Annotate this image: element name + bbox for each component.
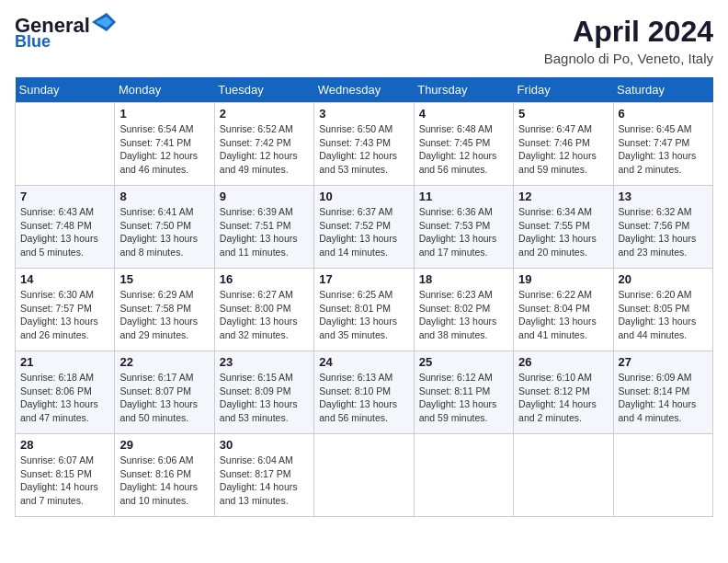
day-header-thursday: Thursday: [414, 77, 513, 103]
calendar-cell: 29Sunrise: 6:06 AM Sunset: 8:16 PM Dayli…: [115, 434, 214, 517]
calendar-cell: 16Sunrise: 6:27 AM Sunset: 8:00 PM Dayli…: [214, 269, 313, 351]
day-info: Sunrise: 6:41 AM Sunset: 7:50 PM Dayligh…: [119, 205, 209, 259]
calendar-header-row: SundayMondayTuesdayWednesdayThursdayFrid…: [16, 77, 713, 103]
calendar-cell: 18Sunrise: 6:23 AM Sunset: 8:02 PM Dayli…: [414, 269, 513, 351]
title-area: April 2024 Bagnolo di Po, Veneto, Italy: [544, 15, 713, 66]
day-number: 25: [419, 355, 508, 369]
logo: General Blue: [15, 15, 116, 52]
calendar-cell: 6Sunrise: 6:45 AM Sunset: 7:47 PM Daylig…: [613, 103, 712, 186]
calendar-cell: 23Sunrise: 6:15 AM Sunset: 8:09 PM Dayli…: [214, 351, 313, 434]
day-number: 13: [619, 190, 708, 203]
day-info: Sunrise: 6:10 AM Sunset: 8:12 PM Dayligh…: [518, 371, 608, 425]
calendar-cell: 5Sunrise: 6:47 AM Sunset: 7:46 PM Daylig…: [514, 103, 613, 186]
day-info: Sunrise: 6:52 AM Sunset: 7:42 PM Dayligh…: [220, 122, 309, 177]
calendar-cell: 7Sunrise: 6:43 AM Sunset: 7:48 PM Daylig…: [16, 186, 115, 269]
day-header-monday: Monday: [115, 77, 214, 103]
day-info: Sunrise: 6:15 AM Sunset: 8:09 PM Dayligh…: [220, 371, 309, 425]
logo-arrow-icon: [92, 13, 116, 31]
calendar-week-row: 21Sunrise: 6:18 AM Sunset: 8:06 PM Dayli…: [16, 351, 713, 434]
day-number: 27: [619, 355, 708, 369]
day-number: 6: [619, 107, 708, 121]
calendar-cell: 9Sunrise: 6:39 AM Sunset: 7:51 PM Daylig…: [214, 186, 313, 269]
calendar-cell: [613, 434, 712, 517]
day-number: 8: [119, 190, 209, 203]
calendar-cell: 17Sunrise: 6:25 AM Sunset: 8:01 PM Dayli…: [314, 269, 414, 351]
day-number: 22: [119, 355, 209, 369]
calendar-cell: 15Sunrise: 6:29 AM Sunset: 7:58 PM Dayli…: [115, 269, 214, 351]
day-number: 11: [419, 190, 508, 203]
calendar-body: 1Sunrise: 6:54 AM Sunset: 7:41 PM Daylig…: [16, 103, 713, 517]
day-header-wednesday: Wednesday: [314, 77, 414, 103]
day-info: Sunrise: 6:43 AM Sunset: 7:48 PM Dayligh…: [20, 205, 109, 259]
month-title: April 2024: [544, 15, 713, 49]
calendar-week-row: 1Sunrise: 6:54 AM Sunset: 7:41 PM Daylig…: [16, 103, 713, 186]
calendar-cell: 13Sunrise: 6:32 AM Sunset: 7:56 PM Dayli…: [613, 186, 712, 269]
logo-blue-text: Blue: [15, 33, 51, 52]
day-info: Sunrise: 6:29 AM Sunset: 7:58 PM Dayligh…: [119, 288, 209, 342]
calendar-table: SundayMondayTuesdayWednesdayThursdayFrid…: [15, 77, 713, 517]
day-header-saturday: Saturday: [613, 77, 712, 103]
day-number: 23: [220, 355, 309, 369]
calendar-cell: 10Sunrise: 6:37 AM Sunset: 7:52 PM Dayli…: [314, 186, 414, 269]
day-number: 7: [20, 190, 109, 203]
calendar-cell: [414, 434, 513, 517]
day-info: Sunrise: 6:47 AM Sunset: 7:46 PM Dayligh…: [518, 122, 608, 177]
calendar-cell: 26Sunrise: 6:10 AM Sunset: 8:12 PM Dayli…: [514, 351, 613, 434]
day-info: Sunrise: 6:12 AM Sunset: 8:11 PM Dayligh…: [419, 371, 508, 425]
calendar-cell: 3Sunrise: 6:50 AM Sunset: 7:43 PM Daylig…: [314, 103, 414, 186]
day-number: 15: [119, 272, 209, 286]
day-number: 4: [419, 107, 508, 121]
calendar-cell: 25Sunrise: 6:12 AM Sunset: 8:11 PM Dayli…: [414, 351, 513, 434]
day-number: 10: [319, 190, 408, 203]
day-info: Sunrise: 6:18 AM Sunset: 8:06 PM Dayligh…: [20, 371, 109, 425]
day-number: 12: [518, 190, 608, 203]
day-number: 1: [119, 107, 209, 121]
calendar-cell: [16, 103, 115, 186]
day-info: Sunrise: 6:39 AM Sunset: 7:51 PM Dayligh…: [220, 205, 309, 259]
day-info: Sunrise: 6:36 AM Sunset: 7:53 PM Dayligh…: [419, 205, 508, 259]
day-info: Sunrise: 6:48 AM Sunset: 7:45 PM Dayligh…: [419, 122, 508, 177]
page-header: General Blue April 2024 Bagnolo di Po, V…: [15, 15, 713, 66]
calendar-cell: 20Sunrise: 6:20 AM Sunset: 8:05 PM Dayli…: [613, 269, 712, 351]
day-number: 5: [518, 107, 608, 121]
location-title: Bagnolo di Po, Veneto, Italy: [544, 51, 713, 66]
day-number: 28: [20, 438, 109, 452]
calendar-week-row: 7Sunrise: 6:43 AM Sunset: 7:48 PM Daylig…: [16, 186, 713, 269]
day-info: Sunrise: 6:34 AM Sunset: 7:55 PM Dayligh…: [518, 205, 608, 259]
calendar-cell: 22Sunrise: 6:17 AM Sunset: 8:07 PM Dayli…: [115, 351, 214, 434]
day-number: 30: [220, 438, 309, 452]
calendar-cell: 24Sunrise: 6:13 AM Sunset: 8:10 PM Dayli…: [314, 351, 414, 434]
calendar-week-row: 28Sunrise: 6:07 AM Sunset: 8:15 PM Dayli…: [16, 434, 713, 517]
day-info: Sunrise: 6:25 AM Sunset: 8:01 PM Dayligh…: [319, 288, 408, 342]
calendar-cell: 30Sunrise: 6:04 AM Sunset: 8:17 PM Dayli…: [214, 434, 313, 517]
day-info: Sunrise: 6:45 AM Sunset: 7:47 PM Dayligh…: [619, 122, 708, 177]
calendar-cell: 27Sunrise: 6:09 AM Sunset: 8:14 PM Dayli…: [613, 351, 712, 434]
calendar-cell: [514, 434, 613, 517]
day-number: 26: [518, 355, 608, 369]
calendar-cell: 8Sunrise: 6:41 AM Sunset: 7:50 PM Daylig…: [115, 186, 214, 269]
day-number: 9: [220, 190, 309, 203]
day-info: Sunrise: 6:13 AM Sunset: 8:10 PM Dayligh…: [319, 371, 408, 425]
calendar-cell: 14Sunrise: 6:30 AM Sunset: 7:57 PM Dayli…: [16, 269, 115, 351]
calendar-cell: 11Sunrise: 6:36 AM Sunset: 7:53 PM Dayli…: [414, 186, 513, 269]
calendar-cell: 1Sunrise: 6:54 AM Sunset: 7:41 PM Daylig…: [115, 103, 214, 186]
day-number: 24: [319, 355, 408, 369]
calendar-cell: 2Sunrise: 6:52 AM Sunset: 7:42 PM Daylig…: [214, 103, 313, 186]
day-info: Sunrise: 6:27 AM Sunset: 8:00 PM Dayligh…: [220, 288, 309, 342]
day-number: 29: [119, 438, 209, 452]
day-number: 19: [518, 272, 608, 286]
day-number: 2: [220, 107, 309, 121]
calendar-cell: [314, 434, 414, 517]
day-number: 20: [619, 272, 708, 286]
day-header-tuesday: Tuesday: [214, 77, 313, 103]
day-number: 17: [319, 272, 408, 286]
day-number: 14: [20, 272, 109, 286]
day-number: 21: [20, 355, 109, 369]
calendar-cell: 19Sunrise: 6:22 AM Sunset: 8:04 PM Dayli…: [514, 269, 613, 351]
day-info: Sunrise: 6:04 AM Sunset: 8:17 PM Dayligh…: [220, 454, 309, 508]
calendar-cell: 28Sunrise: 6:07 AM Sunset: 8:15 PM Dayli…: [16, 434, 115, 517]
day-info: Sunrise: 6:20 AM Sunset: 8:05 PM Dayligh…: [619, 288, 708, 342]
day-info: Sunrise: 6:23 AM Sunset: 8:02 PM Dayligh…: [419, 288, 508, 342]
calendar-cell: 12Sunrise: 6:34 AM Sunset: 7:55 PM Dayli…: [514, 186, 613, 269]
day-number: 3: [319, 107, 408, 121]
